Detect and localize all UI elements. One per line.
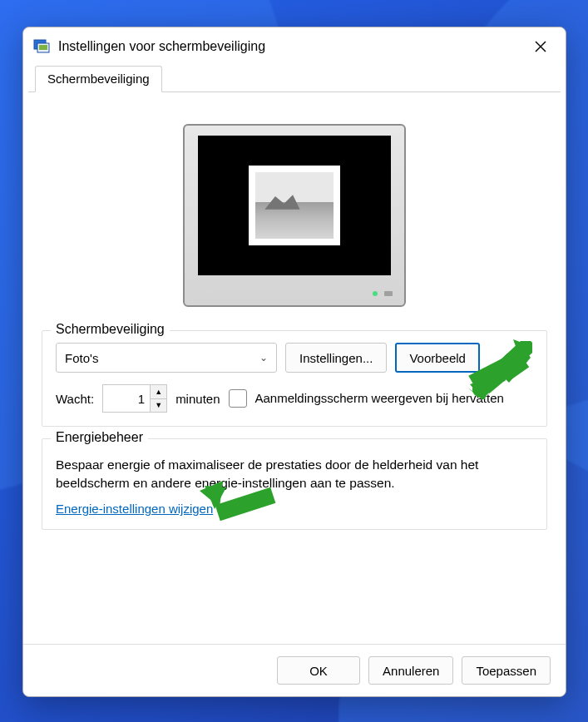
photo-preview-icon [249,166,340,245]
wait-spinner[interactable]: 1 ▲ ▼ [102,384,167,413]
spin-down-icon[interactable]: ▼ [151,399,166,413]
ok-button[interactable]: OK [277,656,360,685]
resume-label: Aanmeldingsscherm weergeven bij hervatte… [255,391,504,407]
tab-screensaver[interactable]: Schermbeveiliging [35,66,162,92]
power-group: Energiebeheer Bespaar energie of maximal… [42,438,547,530]
preview-button[interactable]: Voorbeeld [395,343,480,373]
power-description: Bespaar energie of maximaliseer de prest… [56,456,533,492]
close-button[interactable] [526,32,556,62]
screensaver-group: Schermbeveiliging Foto's ⌄ Instellingen.… [42,330,547,427]
power-settings-link[interactable]: Energie-instellingen wijzigen [56,502,213,516]
screensaver-select[interactable]: Foto's ⌄ [56,343,277,373]
screensaver-settings-dialog: Instellingen voor schermbeveiliging Sche… [22,27,566,697]
svg-rect-2 [39,45,47,50]
screensaver-icon [33,38,50,55]
monitor-preview [42,107,547,330]
wait-label: Wacht: [56,392,94,406]
settings-button[interactable]: Instellingen... [285,343,387,373]
power-group-title: Energiebeheer [51,430,148,445]
resume-checkbox[interactable] [229,389,247,408]
screensaver-select-value: Foto's [65,351,98,365]
close-icon [535,41,546,52]
window-title: Instellingen voor schermbeveiliging [58,39,526,54]
chevron-down-icon: ⌄ [259,352,268,363]
cancel-button[interactable]: Annuleren [368,656,453,685]
spin-up-icon[interactable]: ▲ [151,385,166,399]
apply-button[interactable]: Toepassen [462,656,551,685]
tab-strip: Schermbeveiliging [28,66,561,92]
wait-unit: minuten [175,392,220,406]
screensaver-group-title: Schermbeveiliging [51,322,170,337]
dialog-footer: OK Annuleren Toepassen [23,644,566,696]
wait-value[interactable]: 1 [103,385,150,412]
titlebar: Instellingen voor schermbeveiliging [23,27,566,66]
